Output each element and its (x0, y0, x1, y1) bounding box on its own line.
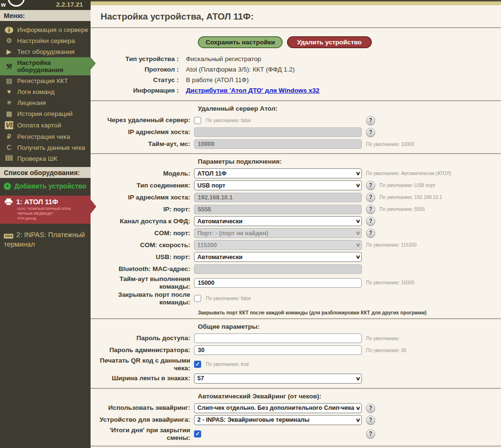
ip-port-input[interactable] (194, 205, 362, 214)
sidebar-item-license[interactable]: ✳ Лицензия (0, 97, 91, 108)
help-button[interactable]: ? (366, 205, 375, 214)
chevron-down-icon: ∨ (355, 254, 360, 260)
sidebar-item-barcode-check[interactable]: Проверка ШК (0, 153, 91, 164)
form-row-remote-host: IP адрес/имя хоста: ? (91, 127, 501, 137)
remote-host-input[interactable] (194, 127, 362, 137)
device-item-atol-11f[interactable]: 1: АТОЛ 11Ф ООО "КОМПЬЮТЕРНЫЙ КЛУБ ЧЕРНЫ… (0, 196, 91, 224)
visa-icon: VISA (5, 121, 13, 129)
menu-header: Меню: (0, 10, 91, 21)
sidebar-item-server-info[interactable]: i Информация о сервере (0, 24, 91, 35)
sidebar-item-label: Тест оборудования (17, 48, 74, 55)
form-row-print-qr: Печатать QR код с данными чека: ✓ По умо… (91, 357, 501, 372)
delete-device-button[interactable]: Удалить устройство (287, 36, 372, 48)
section-title-connection: Параметры подключения: (198, 158, 501, 165)
sidebar-item-label: Логи команд (17, 88, 54, 95)
ofd-channel-select[interactable]: Автоматически∨ (194, 216, 362, 226)
help-button[interactable]: ? (366, 404, 375, 413)
use-acquiring-select[interactable]: Слип-чек отдельно. Без дополнительного С… (194, 403, 362, 413)
form-row-day-totals: 'Итоги дня' при закрытии смены: ✓ ? (91, 427, 501, 441)
sidebar-item-card-payment[interactable]: VISA Оплата картой (0, 119, 91, 131)
chevron-down-icon: ∨ (355, 218, 360, 224)
logo-icon: w (1, 1, 6, 8)
device-item-inpas[interactable]: VISA2: INPAS: Платежный терминал (0, 224, 91, 252)
acquiring-device-select[interactable]: 2 - INPAS: Эквайринговые терминалы∨ (194, 415, 362, 425)
info-row-status: Статус :В работе (АТОЛ 11Ф) (91, 74, 501, 85)
gears-icon: ⚙ (5, 37, 13, 44)
sidebar-item-operation-history[interactable]: ▦ История операций (0, 108, 91, 119)
form-row-model: Модель: АТОЛ 11Ф∨ По умолчанию: Автомати… (91, 168, 501, 179)
form-row-usb-port: USB: порт: Автоматически∨ (91, 251, 501, 262)
help-button[interactable]: ? (366, 181, 375, 190)
add-device-button[interactable]: + Добавить устройство (0, 178, 91, 194)
access-password-input[interactable] (194, 333, 362, 343)
distributive-link[interactable]: Дистрибутив 'Атол ДТО' для Windows x32 (186, 87, 319, 94)
com-port-select[interactable]: Порт: - (порт не найден)∨ (194, 228, 362, 238)
app-version: 2.2.17.21 (56, 1, 83, 8)
sidebar-item-command-logs[interactable]: ♥ Логи команд (0, 86, 91, 97)
admin-password-input[interactable] (194, 345, 362, 355)
sidebar-item-get-receipt-data[interactable]: C Получить данные чека (0, 142, 91, 153)
form-row-ip-host: IP адрес/имя хоста: ? По умолчанию: 192.… (91, 192, 501, 203)
ip-host-input[interactable] (194, 193, 362, 202)
sidebar-item-label: Получить данные чека (17, 144, 85, 151)
sidebar-item-receipt-registration[interactable]: ₽ Регистрация чека (0, 131, 91, 142)
chevron-down-icon: ∨ (355, 170, 360, 177)
bluetooth-mac-input[interactable] (194, 264, 362, 274)
command-timeout-input[interactable] (194, 278, 362, 288)
license-icon: ✳ (5, 99, 13, 106)
form-row-com-speed: COM: скорость: 115200∨ По умолчанию: 115… (91, 240, 501, 250)
visa-icon: VISA (4, 234, 13, 239)
form-icon: ▤ (5, 77, 13, 84)
divider (91, 27, 501, 28)
divider (91, 100, 501, 101)
help-button[interactable]: ? (366, 416, 375, 425)
printer-icon (5, 198, 12, 205)
close-port-note: Закрывать порт ККТ после каждой команды … (198, 310, 501, 315)
usb-port-select[interactable]: Автоматически∨ (194, 252, 362, 262)
divider (91, 153, 501, 154)
sidebar-item-hardware-setup[interactable]: ⚒ Настройка оборудования (0, 57, 91, 75)
sidebar-item-hardware-test[interactable]: ▶ Тест оборудования (0, 46, 91, 57)
save-settings-button[interactable]: Сохранить настройки (198, 36, 283, 48)
sidebar-item-label: Оплата картой (17, 122, 61, 129)
connection-type-select[interactable]: USB порт∨ (194, 180, 362, 190)
active-pointer (91, 57, 96, 70)
tape-width-select[interactable]: 57∨ (194, 374, 362, 384)
day-totals-checkbox[interactable]: ✓ (194, 430, 201, 438)
device-subtitle: ООО "КОМПЬЮТЕРНЫЙ КЛУБ ЧЕРНЫЕ МЕДВЕДИ" У… (17, 207, 87, 220)
sidebar-item-server-settings[interactable]: ⚙ Настройки сервера (0, 35, 91, 46)
help-button[interactable]: ? (366, 193, 375, 202)
main-content: Настройка устройства, АТОЛ 11Ф: Сохранит… (91, 0, 501, 448)
devices-header: Список оборудования: (0, 167, 91, 178)
sidebar-item-kkt-registration[interactable]: ▤ Регистрация ККТ (0, 75, 91, 86)
heartbeat-icon: ♥ (5, 88, 13, 95)
device-title: 2: INPAS: Платежный терминал (4, 231, 85, 248)
via-remote-checkbox[interactable] (194, 117, 201, 124)
form-row-bluetooth-mac: Bluetooth: MAC-адрес: (91, 263, 501, 274)
info-row-information: Информация : Дистрибутив 'Атол ДТО' для … (91, 85, 501, 95)
form-row-ofd-channel: Канал доступа к ОФД: Автоматически∨ ? (91, 216, 501, 227)
chevron-down-icon: ∨ (355, 182, 360, 188)
form-row-acquiring-device: Устройство для эквайринга: 2 - INPAS: Эк… (91, 415, 501, 425)
help-button[interactable]: ? (366, 217, 375, 226)
form-row-via-remote: Через удаленный сервер: По умолчанию: fa… (91, 115, 501, 125)
help-button[interactable]: ? (366, 229, 375, 238)
remote-timeout-input[interactable] (194, 139, 362, 149)
help-button[interactable]: ? (366, 128, 375, 137)
refresh-icon: C (5, 144, 13, 151)
sidebar-item-label: Регистрация ККТ (17, 77, 68, 84)
com-speed-select[interactable]: 115200∨ (194, 240, 362, 250)
form-row-close-port: Закрывать порт после команды: По умолчан… (91, 291, 501, 306)
section-title-acquiring: Автоматический Эквайринг (от чеков): (198, 393, 501, 400)
help-button[interactable]: ? (366, 116, 375, 125)
info-row-type: Тип устройства :Фискальный регистратор (91, 53, 501, 64)
page-title: Настройка устройства, АТОЛ 11Ф: (101, 11, 254, 21)
sidebar-item-label: Настройка оборудования (17, 59, 89, 73)
model-select[interactable]: АТОЛ 11Ф∨ (194, 168, 362, 178)
sidebar: w 2.2.17.21 Меню: i Информация о сервере… (0, 0, 91, 448)
print-qr-checkbox[interactable]: ✓ (194, 361, 201, 368)
help-button[interactable]: ? (366, 429, 375, 438)
close-port-checkbox[interactable] (194, 295, 201, 302)
active-pointer (91, 199, 96, 214)
chevron-down-icon: ∨ (355, 375, 360, 382)
